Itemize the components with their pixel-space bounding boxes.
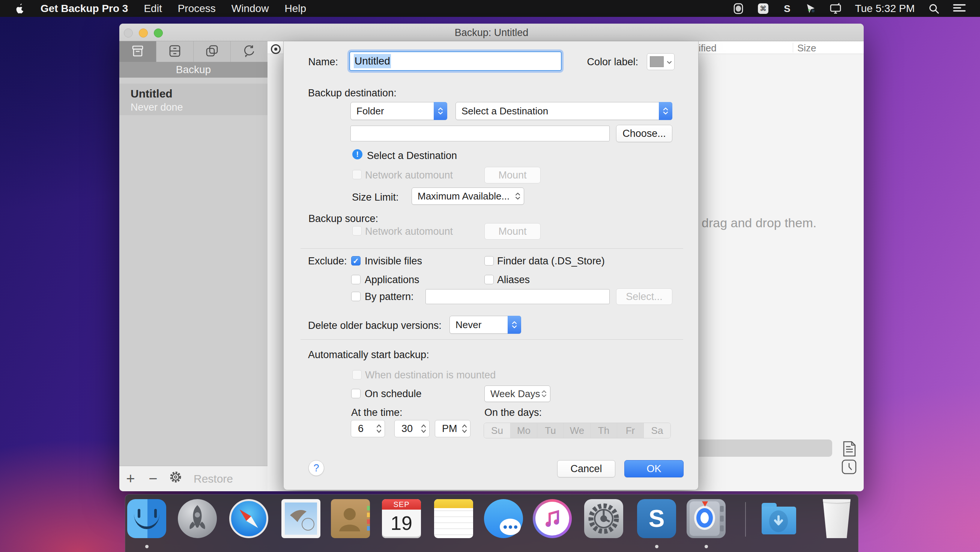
color-label: Color label: — [580, 56, 638, 68]
command-icon[interactable]: ⌘ — [757, 3, 769, 14]
dock-calendar-icon[interactable]: SEP 19 — [382, 499, 421, 538]
dock-trash-icon[interactable] — [817, 499, 856, 538]
size-limit-popup[interactable]: Maximum Available... — [412, 187, 524, 205]
notification-list-icon[interactable] — [953, 3, 966, 14]
apple-menu-icon[interactable] — [15, 3, 25, 14]
dock-launchpad-icon[interactable] — [178, 499, 217, 538]
remove-backup-button[interactable]: − — [142, 470, 164, 487]
help-button[interactable]: ? — [309, 460, 324, 476]
menu-bar: Get Backup Pro 3 Edit Process Window Hel… — [0, 0, 980, 17]
popup-chevrons-icon — [508, 316, 521, 334]
minute-stepper[interactable]: 30 — [395, 420, 430, 437]
exclude-label: Exclude: — [308, 255, 347, 267]
calendar-day: 19 — [382, 510, 421, 537]
backup-list-item[interactable]: Untitled Never done — [119, 84, 267, 115]
day-we[interactable]: We — [564, 423, 590, 438]
column-size[interactable]: Size — [797, 42, 816, 54]
help-button-label: ? — [313, 462, 319, 474]
dock-mail-icon[interactable] — [282, 499, 320, 538]
day-tu[interactable]: Tu — [537, 423, 564, 438]
drag-drop-hint: drag and drop them. — [702, 216, 816, 230]
color-label-dropdown[interactable] — [647, 53, 675, 70]
choose-button[interactable]: Choose... — [616, 125, 672, 142]
tab-archive[interactable] — [156, 41, 194, 62]
dock-itunes-icon[interactable] — [533, 499, 572, 538]
schedule-popup[interactable]: Week Days — [484, 385, 550, 402]
warning-icon: ! — [352, 149, 363, 159]
menu-window[interactable]: Window — [231, 3, 269, 14]
tab-backup[interactable] — [119, 41, 156, 62]
applications-checkbox[interactable] — [351, 275, 361, 284]
gear-icon[interactable] — [164, 470, 187, 487]
mount-button-source[interactable]: Mount — [484, 223, 541, 240]
aliases-checkbox[interactable] — [484, 275, 494, 284]
menu-clock[interactable]: Tue 5:32 PM — [855, 3, 915, 14]
cancel-button[interactable]: Cancel — [557, 460, 615, 477]
dock-system-preferences-icon[interactable] — [584, 499, 623, 538]
day-th[interactable]: Th — [590, 423, 617, 438]
destination-target-popup[interactable]: Select a Destination — [455, 102, 672, 120]
record-target-icon[interactable] — [271, 44, 281, 54]
window-titlebar[interactable]: Backup: Untitled — [119, 24, 864, 41]
stepper-chevrons-icon — [421, 420, 426, 437]
when-mounted-checkbox[interactable] — [352, 370, 362, 379]
dock-get-backup-pro-icon[interactable] — [687, 499, 725, 538]
dock-contacts-icon[interactable] — [331, 499, 370, 538]
dock-messages-icon[interactable] — [484, 499, 523, 538]
menu-app-name[interactable]: Get Backup Pro 3 — [41, 3, 128, 14]
network-automount-checkbox-source[interactable] — [352, 226, 362, 235]
network-automount-label-source: Network automount — [365, 226, 453, 237]
mount-button-destination[interactable]: Mount — [484, 167, 541, 183]
network-automount-checkbox-destination[interactable] — [352, 170, 362, 179]
tab-clone[interactable] — [194, 41, 231, 62]
dock-notes-icon[interactable] — [434, 499, 473, 538]
day-fr[interactable]: Fr — [617, 423, 644, 438]
tab-sync[interactable] — [231, 41, 267, 62]
hour-stepper[interactable]: 6 — [351, 420, 385, 437]
running-indicator-snagit — [655, 545, 659, 548]
pattern-select-button[interactable]: Select... — [616, 289, 672, 305]
dock-finder-icon[interactable] — [127, 499, 166, 538]
dock-downloads-icon[interactable] — [759, 499, 799, 538]
search-icon[interactable] — [928, 3, 939, 14]
document-log-icon[interactable] — [842, 441, 857, 458]
delete-versions-value: Never — [455, 319, 481, 331]
when-mounted-label: When destination is mounted — [365, 370, 496, 381]
popup-chevrons-icon — [659, 102, 672, 120]
day-sa[interactable]: Sa — [644, 423, 670, 438]
snagit-status-icon[interactable]: S — [782, 3, 792, 14]
ok-button[interactable]: OK — [624, 460, 684, 477]
column-modified[interactable]: ified — [698, 42, 717, 54]
invisible-files-label: Invisible files — [365, 255, 422, 267]
destination-path-input[interactable] — [350, 125, 610, 141]
column-separator[interactable] — [793, 43, 793, 52]
display-icon[interactable] — [830, 3, 842, 14]
choose-button-label: Choose... — [622, 128, 666, 140]
on-schedule-checkbox[interactable] — [351, 389, 361, 398]
menu-edit[interactable]: Edit — [144, 3, 162, 14]
add-backup-button[interactable]: + — [119, 470, 142, 487]
destination-warning-text: Select a Destination — [367, 150, 457, 162]
history-clock-icon[interactable] — [842, 459, 857, 476]
pointer-icon[interactable] — [805, 3, 816, 14]
destination-type-popup[interactable]: Folder — [350, 102, 447, 120]
restore-button[interactable]: Restore — [194, 473, 233, 485]
dock-safari-icon[interactable] — [229, 499, 268, 538]
popup-chevrons-icon — [515, 188, 520, 205]
menu-help[interactable]: Help — [285, 3, 306, 14]
menu-process[interactable]: Process — [178, 3, 216, 14]
dock-snagit-icon[interactable]: S — [637, 499, 676, 538]
day-mo[interactable]: Mo — [511, 423, 537, 438]
name-input[interactable]: Untitled — [349, 51, 562, 71]
calendar-month: SEP — [382, 499, 421, 510]
delete-versions-popup[interactable]: Never — [449, 316, 521, 334]
finder-data-checkbox[interactable] — [484, 256, 494, 265]
day-su[interactable]: Su — [484, 423, 511, 438]
pattern-select-label: Select... — [626, 291, 663, 303]
svg-text:S: S — [784, 3, 790, 14]
by-pattern-checkbox[interactable] — [351, 292, 361, 301]
invisible-files-checkbox[interactable]: ✓ — [351, 256, 361, 265]
pattern-input[interactable] — [425, 289, 610, 304]
ampm-stepper[interactable]: PM — [435, 420, 471, 437]
watch-icon[interactable] — [733, 3, 744, 14]
